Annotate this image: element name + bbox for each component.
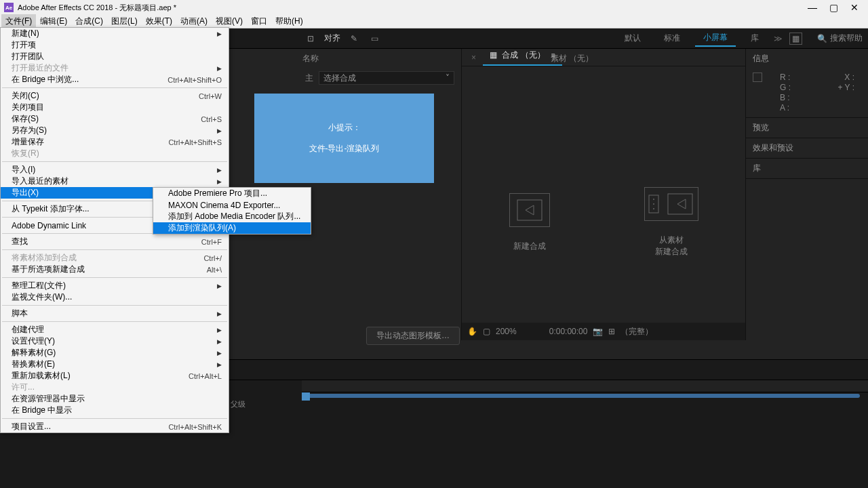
- tip-overlay: 小提示： 文件-导出-渲染队列: [254, 94, 434, 183]
- file-menu-item[interactable]: 基于所选项新建合成Alt+\: [1, 264, 229, 275]
- export-menu-item[interactable]: MAXON Cinema 4D Exporter...: [153, 199, 311, 211]
- rect-tool-icon[interactable]: ▭: [368, 32, 381, 45]
- menu-bar: 文件(F) 编辑(E) 合成(C) 图层(L) 效果(T) 动画(A) 视图(V…: [0, 15, 868, 28]
- workspace-default[interactable]: 默认: [616, 30, 649, 46]
- info-y: + Y :: [791, 83, 854, 93]
- workspace-library[interactable]: 库: [743, 30, 767, 46]
- file-menu-item[interactable]: 导入(I)▶: [1, 164, 229, 176]
- file-menu-item[interactable]: 创建代理▶: [1, 324, 229, 336]
- svg-point-5: [653, 208, 654, 209]
- select-composition-dropdown[interactable]: 选择合成 ˅: [319, 71, 454, 85]
- info-panel-content: R : G : B : A : X : + Y :: [746, 68, 868, 117]
- file-menu-item[interactable]: 另存为(S)▶: [1, 125, 229, 136]
- export-template-button[interactable]: 导出动态图形模板…: [366, 327, 460, 345]
- file-menu-item[interactable]: 脚本▶: [1, 308, 229, 319]
- new-composition-button[interactable]: 新建合成: [509, 193, 550, 252]
- main-label: 主: [305, 73, 313, 84]
- file-menu-item[interactable]: 重新加载素材(L)Ctrl+Alt+L: [1, 370, 229, 382]
- comp-icon: ▦: [490, 50, 497, 60]
- zoom-level[interactable]: 200%: [496, 327, 517, 336]
- export-menu-item[interactable]: 添加到渲染队列(A): [153, 222, 311, 234]
- info-x: X :: [791, 73, 854, 83]
- file-menu-item[interactable]: 设置代理(Y)▶: [1, 336, 229, 347]
- menu-edit[interactable]: 编辑(E): [36, 14, 71, 28]
- file-menu-item[interactable]: 打开团队: [1, 51, 229, 62]
- svg-point-4: [653, 203, 654, 205]
- tab-composition-label: 合成 （无）: [502, 50, 545, 60]
- file-menu-item[interactable]: 在 Bridge 中浏览...Ctrl+Alt+Shift+O: [1, 74, 229, 85]
- hand-icon[interactable]: ✋: [467, 327, 477, 336]
- menu-animation[interactable]: 动画(A): [176, 14, 212, 28]
- info-panel-header[interactable]: 信息: [746, 49, 868, 68]
- workspace-standard[interactable]: 标准: [656, 30, 688, 46]
- tip-body: 文件-导出-渲染队列: [309, 143, 380, 155]
- export-menu-item[interactable]: 添加到 Adobe Media Encoder 队列...: [153, 211, 311, 222]
- from-footage-label1: 从素材: [644, 235, 698, 246]
- menu-window[interactable]: 窗口: [247, 14, 271, 28]
- tab-footage[interactable]: 素材 （无）: [551, 53, 593, 64]
- menu-composition[interactable]: 合成(C): [71, 14, 107, 28]
- file-menu-item[interactable]: 监视文件夹(W)...: [1, 291, 229, 303]
- file-menu-item[interactable]: 在 Bridge 中显示: [1, 405, 229, 416]
- mask-icon[interactable]: ▢: [483, 327, 490, 336]
- panel-dot-icon[interactable]: ×: [465, 49, 483, 66]
- file-menu-item[interactable]: 项目设置...Ctrl+Alt+Shift+K: [1, 421, 229, 432]
- anchor-tool-icon[interactable]: ⊡: [304, 32, 317, 45]
- svg-rect-2: [668, 194, 692, 214]
- minimize-icon[interactable]: —: [808, 2, 817, 13]
- file-menu-item[interactable]: 替换素材(E)▶: [1, 359, 229, 370]
- file-menu-item[interactable]: 关闭(C)Ctrl+W: [1, 90, 229, 102]
- resolution-dropdown[interactable]: （完整）: [620, 326, 653, 338]
- menu-view[interactable]: 视图(V): [212, 14, 247, 28]
- info-a: A :: [780, 103, 791, 113]
- menu-file[interactable]: 文件(F): [1, 14, 36, 28]
- new-comp-label: 新建合成: [509, 241, 550, 252]
- panel-menu-icon[interactable]: ▦: [789, 33, 802, 45]
- grid-icon[interactable]: ⊞: [608, 327, 615, 336]
- comp-footer: ✋ ▢ 200% 0:00:00:00 📷 ⊞ （完整）: [462, 323, 745, 340]
- search-help[interactable]: 搜索帮助: [830, 33, 863, 44]
- export-menu-item[interactable]: Adobe Premiere Pro 项目...: [153, 188, 311, 199]
- pen-tool-icon[interactable]: ✎: [347, 32, 361, 45]
- file-menu-item: 许可...: [1, 382, 229, 393]
- tip-title: 小提示：: [328, 122, 361, 134]
- from-footage-label2: 新建合成: [644, 246, 698, 258]
- playhead-icon[interactable]: [302, 392, 310, 401]
- from-footage-button[interactable]: 从素材 新建合成: [644, 187, 698, 258]
- info-g: G :: [780, 83, 791, 93]
- file-menu-item: 打开最近的文件▶: [1, 62, 229, 74]
- menu-effect[interactable]: 效果(T): [142, 14, 176, 28]
- file-menu-item[interactable]: 保存(S)Ctrl+S: [1, 113, 229, 125]
- preview-panel-header[interactable]: 预览: [746, 118, 868, 138]
- file-menu-item[interactable]: 新建(N)▶: [1, 28, 229, 39]
- menu-layer[interactable]: 图层(L): [107, 14, 142, 28]
- file-menu-item[interactable]: 增量保存Ctrl+Alt+Shift+S: [1, 136, 229, 148]
- file-menu-item[interactable]: 导入最近的素材▶: [1, 176, 229, 187]
- maximize-icon[interactable]: ▢: [829, 2, 838, 13]
- camera-icon[interactable]: 📷: [593, 327, 603, 336]
- name-column-label: 名称: [302, 53, 319, 64]
- file-menu-item[interactable]: 整理工程(文件)▶: [1, 280, 229, 291]
- composition-panel: × ▦ 合成 （无） ≡ 流程图 （无） 图 » 新建合成: [461, 49, 746, 340]
- effects-panel-header[interactable]: 效果和预设: [746, 138, 868, 158]
- file-menu-item[interactable]: 打开项: [1, 39, 229, 51]
- svg-rect-0: [517, 200, 542, 220]
- file-menu-item[interactable]: 关闭项目: [1, 102, 229, 113]
- file-menu-item[interactable]: 解释素材(G)▶: [1, 347, 229, 359]
- timecode-display[interactable]: 0:00:00:00: [549, 327, 588, 336]
- file-menu-item[interactable]: 查找Ctrl+F: [1, 236, 229, 247]
- close-icon[interactable]: ✕: [850, 2, 859, 13]
- title-bar: Ae Adobe After Effects CC 2018 - 无标题项目.a…: [0, 0, 868, 15]
- workspace-small[interactable]: 小屏幕: [695, 30, 736, 47]
- library-panel-header[interactable]: 库: [746, 159, 868, 178]
- search-icon: 🔍: [817, 34, 827, 43]
- timeline-scrollbar[interactable]: [302, 394, 860, 398]
- timeline-ruler[interactable]: [302, 380, 868, 392]
- chevron-down-icon: ˅: [446, 73, 450, 83]
- snap-label[interactable]: 对齐: [324, 33, 340, 44]
- file-menu-item[interactable]: 在资源管理器中显示: [1, 393, 229, 405]
- menu-help[interactable]: 帮助(H): [271, 14, 307, 28]
- chevron-right-icon[interactable]: ≫: [774, 34, 783, 43]
- file-menu-item: 将素材添加到合成Ctrl+/: [1, 252, 229, 264]
- new-comp-icon: [509, 193, 550, 227]
